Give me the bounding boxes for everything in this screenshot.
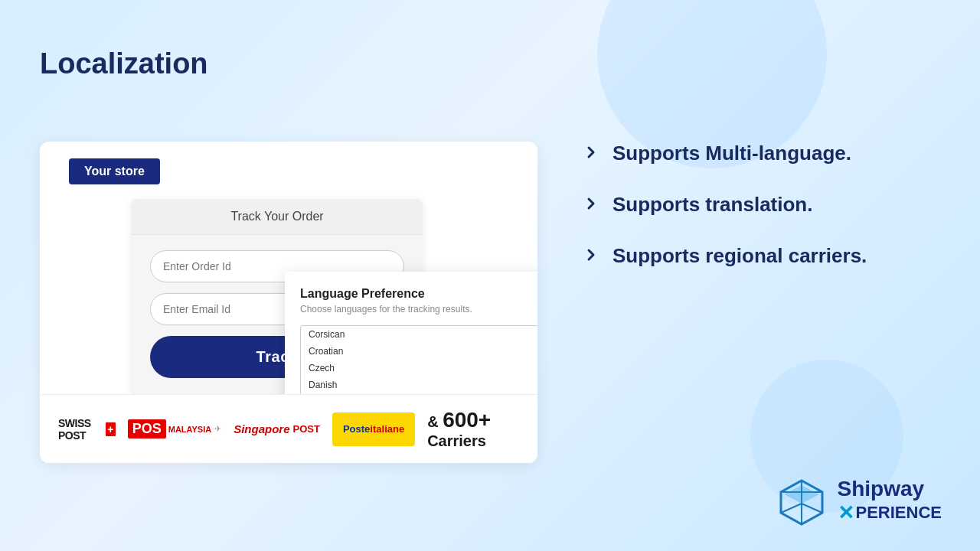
lang-list-container: Corsican Croatian Czech Danish Dutch Eng…	[300, 325, 537, 402]
x-icon: ✕	[838, 501, 854, 525]
shipway-xperience: ✕ PERIENCE	[838, 501, 942, 525]
feature-text-1: Supports Multi-language.	[612, 142, 851, 165]
lang-item-czech[interactable]: Czech	[301, 360, 537, 377]
lang-item-corsican[interactable]: Corsican	[301, 326, 537, 343]
feature-item-1: Supports Multi-language.	[582, 142, 934, 165]
italiane-text: italiane	[370, 423, 404, 435]
lang-item-danish[interactable]: Danish	[301, 377, 537, 393]
carrier-number: 600+	[443, 408, 491, 432]
left-card: Your store Track Your Order Track Langua…	[40, 142, 537, 463]
lang-popup-subtitle: Choose languages for the tracking result…	[300, 304, 537, 315]
pos-box: POS	[128, 419, 166, 439]
svg-line-5	[781, 504, 802, 513]
pos-tagline: ✈	[214, 424, 221, 434]
singapore-post-text: POST	[293, 423, 320, 435]
shipway-name: Shipway	[838, 478, 942, 501]
chevron-icon-3	[582, 246, 600, 264]
swiss-post-logo: SWISS POST	[58, 412, 116, 446]
poste-italiane-logo: Posteitaliane	[332, 412, 415, 446]
chevron-icon-1	[582, 143, 600, 161]
swiss-post-text: SWISS POST	[58, 417, 103, 442]
features-section: Supports Multi-language. Supports transl…	[582, 142, 934, 295]
poste-text: Poste	[343, 423, 370, 435]
perience-text: PERIENCE	[856, 503, 942, 523]
shipway-logo: Shipway ✕ PERIENCE	[775, 474, 942, 528]
malaysia-text: MALAYSIA	[168, 425, 211, 434]
store-badge: Your store	[69, 158, 160, 184]
svg-line-6	[802, 504, 822, 513]
track-widget-header: Track Your Order	[132, 199, 423, 235]
shipway-text-block: Shipway ✕ PERIENCE	[838, 478, 942, 525]
carriers-bar: SWISS POST POS MALAYSIA ✈ Singapore POST…	[40, 394, 537, 463]
swiss-cross-icon	[106, 422, 116, 436]
page-title: Localization	[40, 47, 208, 80]
feature-item-3: Supports regional carriers.	[582, 244, 934, 268]
feature-item-2: Supports translation.	[582, 193, 934, 217]
lang-list[interactable]: Corsican Croatian Czech Danish Dutch Eng…	[300, 325, 537, 402]
pos-malaysia-logo: POS MALAYSIA ✈	[128, 412, 221, 446]
lang-popup-title: Language Preference	[300, 287, 537, 301]
shipway-icon	[775, 474, 828, 528]
feature-text-2: Supports translation.	[612, 193, 812, 217]
singapore-text: Singapore	[234, 422, 289, 435]
singapore-post-logo: Singapore POST	[234, 412, 320, 446]
lang-item-croatian[interactable]: Croatian	[301, 343, 537, 360]
chevron-icon-2	[582, 194, 600, 213]
carriers-count: & 600+ Carriers	[427, 408, 519, 450]
feature-text-3: Supports regional carriers.	[612, 244, 867, 268]
